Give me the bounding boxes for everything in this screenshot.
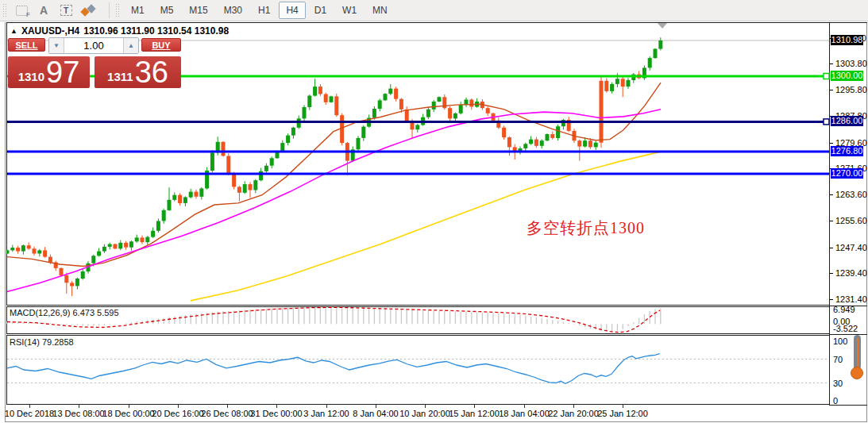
rsi-axis-level: 100 <box>833 336 847 346</box>
time-tick-label: 10 Jan 20:00 <box>399 409 450 418</box>
price-tick <box>830 90 833 90</box>
time-tick-label: 22 Jan 20:00 <box>548 409 599 418</box>
price-tick <box>830 221 833 221</box>
price-tick-label: 1231.40 <box>835 294 867 304</box>
time-tick-label: 20 Dec 16:00 <box>152 409 203 418</box>
price-tick-label: 1239.40 <box>835 268 867 278</box>
sell-price-pips: 97 <box>46 57 79 87</box>
price-tick-label: 1247.40 <box>835 243 867 252</box>
thermometer-icon <box>847 334 866 382</box>
timeframe-button-h1[interactable]: H1 <box>251 2 277 19</box>
time-tick-label: 10 Dec 2018 <box>5 409 54 418</box>
one-click-trade-panel: SELL ▼ 1.00 ▲ BUY 1310 97 1311 36 <box>8 37 181 90</box>
time-tick <box>623 405 623 408</box>
timeframe-button-mn[interactable]: MN <box>365 2 395 19</box>
price-tick <box>830 299 833 300</box>
time-tick-label: 26 Dec 08:00 <box>201 409 253 418</box>
time-tick <box>178 405 179 408</box>
price-level-marker: 1286.00 <box>831 116 863 126</box>
price-tick-label: 1255.60 <box>835 216 867 225</box>
time-tick <box>474 405 475 408</box>
rsi-axis-level: 0 <box>833 396 838 406</box>
toolbar-separator <box>109 2 110 18</box>
text-a-tool-icon[interactable]: A <box>34 2 53 18</box>
buy-button[interactable]: BUY <box>141 38 181 52</box>
time-tick-label: 18 Dec 00:00 <box>102 409 154 418</box>
price-tick-label: 1295.80 <box>835 85 867 94</box>
timeframe-toolbar-grip[interactable] <box>115 3 121 17</box>
time-tick-label: 25 Jan 12:00 <box>597 409 648 418</box>
time-tick-label: 15 Jan 12:00 <box>449 409 500 418</box>
price-tick <box>830 143 833 144</box>
rsi-label: RSI(14) 79.2858 <box>10 337 74 347</box>
price-tick <box>830 194 833 195</box>
sell-price-box[interactable]: 1310 97 <box>8 56 90 88</box>
time-tick <box>524 405 525 408</box>
macd-label: MACD(12,26,9) 6.473 5.595 <box>10 308 119 317</box>
timeframe-button-d1[interactable]: D1 <box>307 2 334 19</box>
price-tick-label: 1303.80 <box>835 59 867 68</box>
text-label-tool-icon[interactable]: T <box>56 2 75 18</box>
fibo-grid-tool-icon[interactable]: F <box>12 2 31 18</box>
sell-button[interactable]: SELL <box>8 38 45 52</box>
timeframe-button-m15[interactable]: M15 <box>182 2 214 19</box>
sell-price-base: 1310 <box>18 70 44 83</box>
buy-price-box[interactable]: 1311 36 <box>95 56 181 88</box>
chart-annotation-text: 多空转折点1300 <box>527 217 645 239</box>
time-tick <box>376 405 376 408</box>
buy-price-pips: 36 <box>135 57 168 87</box>
macd-panel-canvas[interactable] <box>6 306 830 334</box>
time-tick <box>29 405 30 408</box>
chart-shift-marker-icon[interactable] <box>658 23 667 29</box>
timeframe-button-h4[interactable]: H4 <box>279 2 305 19</box>
time-tick-label: 3 Jan 12:00 <box>303 409 349 418</box>
time-tick-label: 31 Dec 00:00 <box>250 409 302 418</box>
timeframe-button-m1[interactable]: M1 <box>124 2 152 19</box>
buy-price-base: 1311 <box>107 70 133 83</box>
time-tick-label: 8 Jan 04:00 <box>353 409 399 418</box>
time-tick <box>573 405 574 408</box>
objects-dropdown-icon[interactable]: ▼ <box>79 2 104 18</box>
timeframe-button-m5[interactable]: M5 <box>153 2 181 19</box>
price-tick-label: 1263.60 <box>835 190 867 199</box>
time-tick <box>326 405 327 408</box>
price-level-marker: 1270.00 <box>831 168 863 179</box>
time-tick-label: 13 Dec 08:00 <box>52 409 104 418</box>
macd-axis-max: 6.949 <box>833 305 855 314</box>
time-tick <box>425 405 426 408</box>
price-tick <box>830 63 833 64</box>
chart-ohlc: 1310.96 1311.90 1310.54 1310.98 <box>83 25 229 37</box>
macd-axis-min: -3.522 <box>833 324 858 333</box>
chart-title: ▲ XAUUSD-,H4 1310.96 1311.90 1310.54 131… <box>10 25 229 37</box>
volume-spinner: ▼ 1.00 ▲ <box>48 37 139 54</box>
timeframe-button-w1[interactable]: W1 <box>335 2 364 19</box>
timeframe-button-m30[interactable]: M30 <box>217 2 249 19</box>
rsi-axis-level: 30 <box>833 379 843 388</box>
price-level-marker: 1276.80 <box>831 146 863 156</box>
rsi-panel-canvas[interactable] <box>6 335 830 405</box>
price-level-marker: 1300.00 <box>831 71 863 81</box>
current-price-marker: 1310.98 <box>831 35 863 45</box>
rsi-axis-level: 70 <box>833 355 843 364</box>
toolbar-grip[interactable] <box>2 3 8 17</box>
time-tick <box>276 405 277 408</box>
collapse-triangle-icon[interactable]: ▲ <box>10 27 17 35</box>
time-tick <box>79 405 79 408</box>
window-bottom-edge <box>5 421 867 422</box>
time-tick-label: 18 Jan 04:00 <box>499 409 550 418</box>
time-tick <box>129 405 129 408</box>
chart-symbol: XAUUSD-,H4 <box>21 25 79 37</box>
top-toolbar: F A T ▼ M1M5M15M30H1H4D1W1MN <box>0 0 868 21</box>
price-tick <box>830 248 833 248</box>
time-tick <box>227 405 228 408</box>
volume-decrease-button[interactable]: ▼ <box>49 38 64 53</box>
volume-input[interactable]: 1.00 <box>64 38 123 53</box>
window-left-edge <box>5 22 6 422</box>
price-tick <box>830 273 833 274</box>
volume-increase-button[interactable]: ▲ <box>123 38 138 53</box>
